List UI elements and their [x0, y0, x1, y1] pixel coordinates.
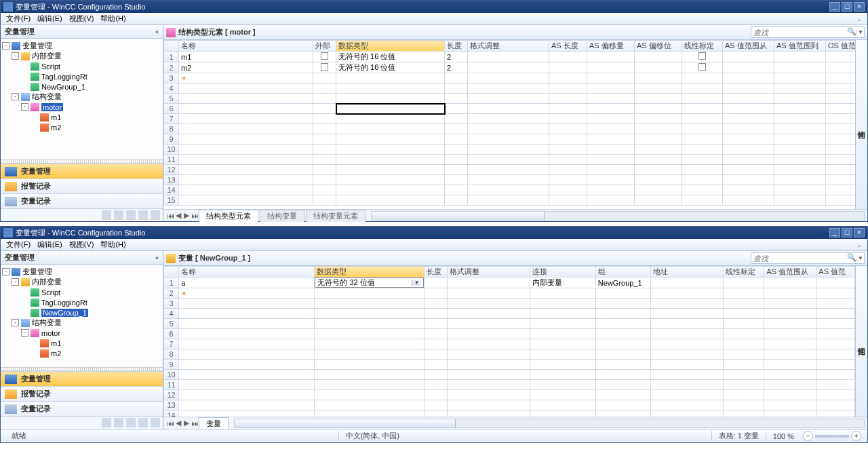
table-row[interactable]: 11: [164, 380, 855, 390]
table-row[interactable]: 6: [164, 329, 855, 339]
table-row[interactable]: 3✶: [164, 73, 856, 83]
menu-view[interactable]: 视图(V): [66, 240, 98, 250]
outlook-alarm[interactable]: 报警记录: [1, 386, 163, 401]
h-scrollbar[interactable]: [371, 211, 865, 221]
table-row[interactable]: 12: [164, 390, 855, 400]
outlook-var-mgmt[interactable]: 变量管理: [1, 371, 163, 386]
tree-newgroup[interactable]: NewGroup_1: [41, 309, 88, 317]
strip-icon[interactable]: [151, 210, 160, 220]
col-len[interactable]: 长度: [425, 267, 448, 278]
menu-help[interactable]: 帮助(H): [97, 14, 129, 24]
tree-expander[interactable]: -: [2, 42, 9, 50]
tree-m2[interactable]: m2: [51, 349, 61, 358]
tree-expander[interactable]: -: [21, 329, 28, 337]
table-row[interactable]: 4: [164, 309, 855, 319]
new-row-icon[interactable]: ✶: [181, 75, 186, 82]
col-rfrom[interactable]: AS 值范围从: [764, 267, 816, 278]
col-rto[interactable]: AS 值范: [816, 267, 855, 278]
col-rto[interactable]: AS 值范围到: [774, 41, 826, 52]
tab-nav-last[interactable]: ⏭: [191, 212, 199, 220]
col-ext[interactable]: 外部: [313, 41, 336, 52]
col-conn[interactable]: 连接: [530, 267, 595, 278]
strip-icon[interactable]: [138, 418, 148, 427]
col-rfrom[interactable]: AS 值范围从: [723, 41, 774, 52]
outlook-taglog[interactable]: 变量记录: [1, 193, 163, 208]
menubar-collapse-icon[interactable]: ⌄: [853, 16, 865, 22]
table-row[interactable]: 13: [164, 400, 855, 411]
table-row[interactable]: 5: [164, 94, 856, 104]
checkbox[interactable]: [321, 63, 328, 71]
strip-icon[interactable]: [151, 418, 160, 427]
col-dtype[interactable]: 数据类型: [315, 267, 425, 278]
search-icon[interactable]: 🔍: [846, 27, 856, 37]
table-row[interactable]: 6: [164, 104, 856, 114]
search-dropdown-icon[interactable]: ▼: [856, 255, 864, 261]
tree-expander[interactable]: -: [21, 103, 28, 111]
tab-variable[interactable]: 变量: [199, 417, 229, 430]
panel-collapse-icon[interactable]: «: [155, 28, 159, 35]
col-grp[interactable]: 组: [595, 267, 650, 278]
menu-help[interactable]: 帮助(H): [97, 240, 129, 250]
table-row[interactable]: 12: [164, 165, 856, 175]
dtype-dropdown[interactable]: 无符号的 32 位值 ▼: [315, 278, 424, 288]
col-os[interactable]: OS 值范: [826, 41, 856, 52]
menubar-collapse-icon[interactable]: ⌄: [853, 242, 865, 248]
properties-tab[interactable]: 词性: [855, 40, 867, 209]
grid-bot[interactable]: 名称 数据类型 长度 格式调整 连接 组 地址 线性标定 AS 值范围从 AS …: [163, 266, 855, 417]
table-row[interactable]: 9: [164, 134, 856, 145]
outlook-taglog[interactable]: 变量记录: [1, 401, 163, 416]
strip-icon[interactable]: [114, 418, 123, 427]
table-row[interactable]: 8: [164, 124, 856, 134]
strip-icon[interactable]: [114, 210, 123, 220]
table-row[interactable]: 7: [164, 339, 855, 349]
tree-expander[interactable]: -: [12, 93, 19, 100]
tree-m1[interactable]: m1: [51, 339, 61, 347]
table-row[interactable]: 14: [164, 185, 856, 195]
strip-icon[interactable]: [138, 210, 148, 220]
close-button[interactable]: ×: [854, 2, 865, 12]
strip-icon[interactable]: [102, 418, 111, 427]
dtype-cell[interactable]: 无符号的 32 位值 ▼ 二进制变量 有符号的 8 位值 无符号的 8 位值 有…: [315, 278, 425, 288]
tree-m1[interactable]: m1: [51, 113, 61, 121]
tab-nav-last[interactable]: ⏭: [191, 419, 199, 427]
col-name[interactable]: 名称: [179, 267, 315, 278]
properties-tab[interactable]: 词性: [855, 266, 867, 417]
max-button[interactable]: □: [842, 2, 852, 12]
outlook-var-mgmt[interactable]: 变量管理: [1, 164, 163, 178]
tree-taglogging[interactable]: TagLoggingRt: [41, 73, 87, 81]
search-input[interactable]: [751, 27, 846, 37]
col-name[interactable]: 名称: [179, 41, 313, 52]
min-button[interactable]: _: [829, 2, 840, 12]
tree-struct[interactable]: 结构变量: [32, 92, 62, 102]
chevron-down-icon[interactable]: ▼: [412, 280, 421, 286]
table-row[interactable]: 11: [164, 155, 856, 165]
menu-file[interactable]: 文件(F): [3, 240, 34, 250]
strip-icon[interactable]: [126, 418, 136, 427]
checkbox[interactable]: [698, 63, 706, 71]
col-linear[interactable]: 线性标定: [723, 267, 764, 278]
col-linear[interactable]: 线性标定: [682, 41, 723, 52]
h-scrollbar[interactable]: [234, 419, 865, 428]
tree-root[interactable]: 变量管理: [22, 41, 52, 51]
table-row[interactable]: 10: [164, 145, 856, 155]
tab-struct-var-elem[interactable]: 结构变量元素: [306, 210, 366, 222]
max-button[interactable]: □: [842, 228, 852, 237]
table-row[interactable]: 14: [164, 411, 855, 417]
tree-m2[interactable]: m2: [51, 123, 61, 132]
tab-nav-next[interactable]: ▶: [182, 211, 191, 220]
col-aslen[interactable]: AS 长度: [549, 41, 587, 52]
col-asoff[interactable]: AS 偏移量: [587, 41, 635, 52]
table-row[interactable]: 4: [164, 83, 856, 94]
grid-top[interactable]: 名称 外部 数据类型 长度 格式调整 AS 长度 AS 偏移量 AS 偏移位 线…: [163, 40, 855, 209]
col-asbit[interactable]: AS 偏移位: [635, 41, 682, 52]
zoom-slider[interactable]: [815, 435, 849, 438]
table-row[interactable]: 15: [164, 195, 856, 206]
search-dropdown-icon[interactable]: ▼: [856, 29, 864, 35]
tree-root[interactable]: 变量管理: [22, 267, 52, 277]
col-len[interactable]: 长度: [445, 41, 468, 52]
selected-cell[interactable]: [336, 104, 445, 114]
col-dtype[interactable]: 数据类型: [336, 41, 445, 52]
tab-nav-prev[interactable]: ◀: [174, 211, 182, 220]
strip-icon[interactable]: [102, 210, 111, 220]
col-fmt[interactable]: 格式调整: [448, 267, 530, 278]
